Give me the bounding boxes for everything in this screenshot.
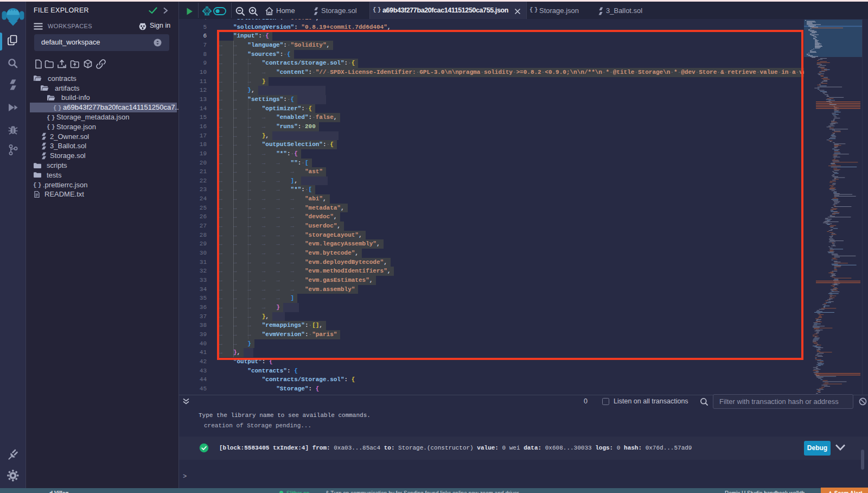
svg-text:{ }: { } [47,114,55,121]
svg-text:{ }: { } [53,104,61,111]
svg-text:{ }: { } [33,182,41,188]
svg-text:{ }: { } [47,124,55,130]
